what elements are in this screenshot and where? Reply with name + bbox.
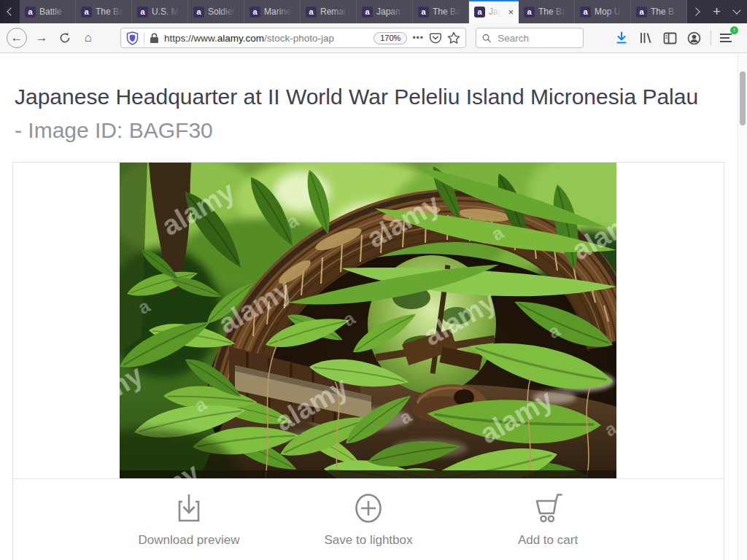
alamy-favicon: a	[474, 7, 485, 18]
alamy-favicon: a	[362, 7, 373, 18]
alamy-favicon: a	[636, 7, 647, 18]
tab-marine[interactable]: a Marine	[244, 0, 301, 23]
tab-us-m[interactable]: a U.S. M	[132, 0, 188, 23]
list-all-tabs-button[interactable]	[727, 0, 746, 23]
alamy-favicon: a	[137, 7, 148, 18]
alamy-favicon: a	[25, 7, 36, 18]
urlbar-separator	[144, 32, 144, 44]
pocket-icon[interactable]	[429, 31, 442, 44]
alamy-favicon: a	[580, 7, 591, 18]
url-domain: alamy.com	[217, 33, 264, 44]
url-text: https://www.alamy.com/stock-photo-jap	[164, 32, 368, 44]
page-content: Japanese Headquarter at II World War Pel…	[0, 54, 747, 560]
tab-title-fade	[332, 7, 351, 18]
tab-the-b-4[interactable]: a The B	[631, 0, 687, 23]
tab-title-fade	[107, 7, 126, 18]
reload-button[interactable]	[55, 28, 75, 48]
tab-title-fade	[550, 7, 569, 18]
zoom-level-badge[interactable]: 170%	[374, 32, 407, 44]
browser-window: a Battle a The Ba a U.S. M a Soldier a M…	[0, 0, 747, 560]
tab-the-b-1[interactable]: a The Ba	[76, 0, 132, 23]
page-scrollbar[interactable]	[738, 54, 747, 560]
chevron-down-icon	[732, 6, 740, 14]
reload-icon	[59, 32, 71, 44]
save-to-lightbox-label: Save to lightbox	[325, 533, 413, 548]
tab-battle[interactable]: a Battle	[20, 0, 76, 23]
navigation-toolbar: ← → ⌂ https://www.alamy.com/stock-photo-…	[0, 23, 747, 53]
forward-button[interactable]: →	[31, 28, 52, 48]
stock-photo-illustration: alamy a	[120, 163, 616, 478]
alamy-favicon: a	[524, 7, 535, 18]
home-button[interactable]: ⌂	[78, 28, 98, 48]
tab-the-b-2[interactable]: a The Ba	[413, 0, 469, 23]
action-bar: Download preview Save to lightbox	[99, 479, 638, 548]
page-title-line2: - Image ID: BAGF30	[15, 114, 698, 147]
chevron-right-icon	[692, 7, 700, 15]
tab-active-japanese-headquarter[interactable]: a Jap ×	[469, 0, 519, 23]
add-to-cart-label: Add to cart	[518, 533, 578, 548]
page-title-line1: Japanese Headquarter at II World War Pel…	[15, 80, 698, 114]
account-button[interactable]	[685, 29, 703, 47]
scroll-tabs-left-button[interactable]	[0, 0, 20, 23]
menu-button[interactable]: ↑	[717, 29, 735, 47]
tab-soldier[interactable]: a Soldier	[188, 0, 244, 23]
alamy-favicon: a	[306, 7, 317, 18]
toolbar-separator	[711, 30, 711, 46]
bookmark-star-icon[interactable]	[447, 31, 460, 44]
download-preview-label: Download preview	[139, 533, 240, 548]
address-bar[interactable]: https://www.alamy.com/stock-photo-jap 17…	[120, 28, 466, 48]
tab-title-fade	[51, 7, 70, 18]
tab-title-fade	[163, 7, 182, 18]
download-icon	[615, 31, 628, 44]
alamy-favicon: a	[193, 7, 204, 18]
tab-title-fade	[388, 7, 407, 18]
alamy-favicon: a	[418, 7, 429, 18]
tab-title-fade	[489, 7, 503, 18]
sidebar-icon	[663, 32, 677, 44]
tab-title-fade	[606, 7, 625, 18]
search-icon	[482, 33, 491, 44]
image-card: alamy a	[12, 162, 724, 560]
save-to-lightbox-button[interactable]: Save to lightbox	[279, 479, 458, 548]
url-scheme: https://www.	[164, 33, 217, 44]
download-preview-button[interactable]: Download preview	[99, 479, 279, 548]
download-preview-icon	[173, 491, 205, 525]
chevron-left-icon	[7, 7, 15, 15]
stock-photo[interactable]: alamy a	[120, 163, 616, 478]
tab-bar: a Battle a The Ba a U.S. M a Soldier a M…	[0, 0, 747, 23]
close-tab-icon[interactable]: ×	[508, 7, 514, 18]
save-to-lightbox-icon	[352, 491, 384, 525]
back-button[interactable]: ←	[7, 28, 27, 48]
scroll-tabs-right-button[interactable]	[687, 0, 707, 23]
tab-the-b-3[interactable]: a The Ba	[519, 0, 575, 23]
sidebar-toggle-button[interactable]	[661, 29, 678, 47]
tab-remai[interactable]: a Remai	[301, 0, 357, 23]
watermark-overlay	[120, 163, 616, 478]
scrollbar-thumb[interactable]	[740, 71, 746, 125]
tab-title-fade	[662, 7, 681, 18]
tracking-protection-shield-icon[interactable]	[126, 31, 139, 45]
add-to-cart-icon	[531, 491, 565, 525]
url-fade	[354, 32, 368, 44]
update-available-badge: ↑	[730, 26, 738, 34]
library-icon	[639, 31, 653, 44]
new-tab-button[interactable]: +	[707, 0, 727, 23]
lock-icon[interactable]	[150, 33, 159, 44]
tab-title-fade	[444, 7, 463, 18]
library-button[interactable]	[637, 29, 654, 47]
url-path: /stock-photo-jap	[264, 33, 334, 44]
search-input[interactable]	[496, 32, 577, 44]
tab-japan[interactable]: a Japan	[357, 0, 413, 23]
page-actions-icon[interactable]: •••	[412, 33, 424, 43]
tab-title-fade	[276, 7, 295, 18]
alamy-favicon: a	[249, 7, 260, 18]
account-icon	[687, 31, 701, 45]
tab-mop-u[interactable]: a Mop U	[575, 0, 631, 23]
downloads-button[interactable]	[613, 29, 630, 47]
page-title: Japanese Headquarter at II World War Pel…	[15, 80, 698, 147]
add-to-cart-button[interactable]: Add to cart	[458, 479, 638, 548]
alamy-favicon: a	[81, 7, 92, 18]
search-bar[interactable]	[476, 28, 584, 48]
hamburger-menu-icon	[719, 33, 732, 43]
tab-title-fade	[220, 7, 239, 18]
